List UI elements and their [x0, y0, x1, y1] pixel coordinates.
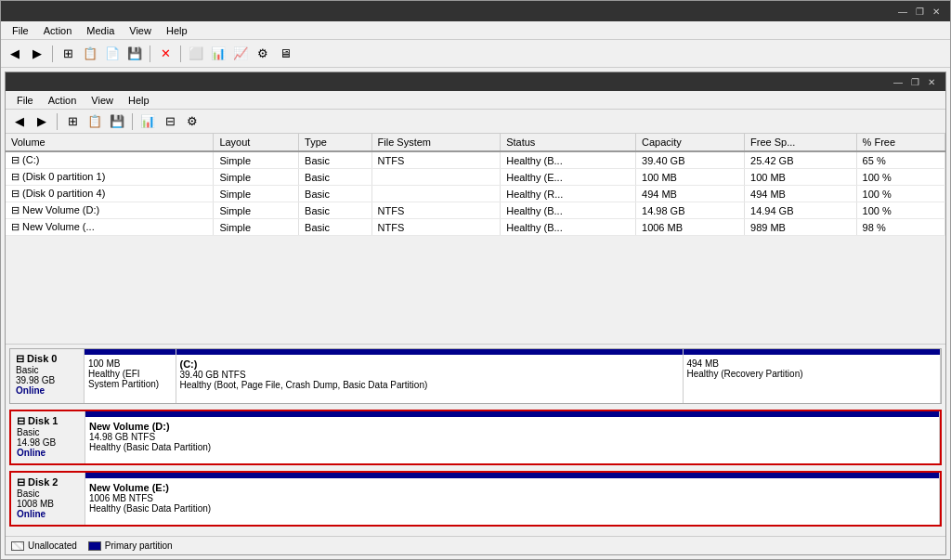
legend: Unallocated Primary partition	[6, 536, 945, 554]
table-cell: 98 %	[856, 219, 944, 236]
inner-menu-file[interactable]: File	[9, 93, 41, 108]
disk-row-disk0[interactable]: ⊟ Disk 0 Basic 39.98 GB Online 100 MBHea…	[9, 348, 942, 404]
disk-partitions-disk2: New Volume (E:)1006 MB NTFSHealthy (Basi…	[85, 473, 940, 525]
disk-type-disk2: Basic	[17, 488, 79, 499]
table-cell: 989 MB	[745, 219, 857, 236]
table-cell: Basic	[299, 219, 372, 236]
table-cell: 100 %	[856, 202, 944, 219]
outer-window: — ❐ ✕ File Action Media View Help ◀ ▶ ⊞ …	[0, 0, 951, 560]
col-pctfree: % Free	[856, 134, 944, 151]
disk-label-disk0: ⊟ Disk 0 Basic 39.98 GB Online	[10, 349, 85, 403]
inner-toolbar-btn2[interactable]: 📋	[85, 111, 105, 132]
inner-minimize-button[interactable]: —	[892, 75, 905, 88]
inner-toolbar-btn3[interactable]: 💾	[107, 111, 127, 132]
table-cell: 100 MB	[745, 169, 857, 186]
outer-maximize-button[interactable]: ❐	[913, 5, 926, 18]
toolbar-btn6[interactable]: 📊	[208, 44, 228, 64]
col-status: Status	[501, 134, 636, 151]
toolbar-btn4[interactable]: 💾	[124, 44, 145, 64]
table-cell: Basic	[299, 186, 372, 202]
toolbar-btn8[interactable]: ⚙	[253, 44, 273, 64]
outer-toolbar: ◀ ▶ ⊞ 📋 📄 💾 ✕ ⬜ 📊 📈 ⚙ 🖥	[1, 40, 950, 68]
inner-toolbar-btn4[interactable]: 📊	[137, 111, 158, 132]
partition-d0p2[interactable]: (C:)39.40 GB NTFSHealthy (Boot, Page Fil…	[176, 349, 684, 403]
inner-close-button[interactable]: ✕	[925, 75, 938, 88]
partition-d0p3[interactable]: 494 MBHealthy (Recovery Partition)	[684, 349, 942, 403]
table-cell: Healthy (B...	[501, 151, 636, 169]
toolbar-back-button[interactable]: ◀	[5, 44, 25, 64]
table-cell: 1006 MB	[636, 219, 745, 236]
table-row[interactable]: ⊟ (Disk 0 partition 4)SimpleBasicHealthy…	[6, 186, 945, 202]
middle-spacer	[6, 236, 945, 344]
inner-menu-help[interactable]: Help	[121, 93, 157, 108]
outer-menu-media[interactable]: Media	[79, 23, 122, 38]
table-cell: Healthy (E...	[501, 169, 636, 186]
disk-size-disk1: 14.98 GB	[17, 437, 79, 448]
disk-label-disk1: ⊟ Disk 1 Basic 14.98 GB Online	[11, 411, 85, 463]
toolbar-btn1[interactable]: ⊞	[58, 44, 78, 64]
toolbar-separator-2	[150, 46, 150, 62]
inner-toolbar-back[interactable]: ◀	[9, 111, 30, 132]
partition-size-d2p1: 1006 MB NTFS	[89, 493, 935, 503]
outer-menubar: File Action Media View Help	[1, 21, 950, 40]
table-cell: 65 %	[856, 151, 944, 169]
outer-close-button[interactable]: ✕	[930, 5, 943, 18]
table-cell: ⊟ (Disk 0 partition 4)	[6, 186, 214, 202]
table-cell: Basic	[299, 169, 372, 186]
table-row[interactable]: ⊟ (C:)SimpleBasicNTFSHealthy (B...39.40 …	[6, 151, 945, 169]
partition-d2p1[interactable]: New Volume (E:)1006 MB NTFSHealthy (Basi…	[85, 473, 940, 525]
disk-row-disk1[interactable]: ⊟ Disk 1 Basic 14.98 GB Online New Volum…	[9, 410, 942, 465]
col-volume: Volume	[6, 134, 214, 151]
toolbar-stop-button[interactable]: ✕	[155, 44, 176, 64]
disk-name-disk1: ⊟ Disk 1	[17, 415, 79, 427]
inner-toolbar-btn6[interactable]: ⚙	[182, 111, 202, 132]
table-cell: 494 MB	[745, 186, 857, 202]
partition-size-d0p3: 494 MB	[687, 358, 937, 369]
toolbar-separator-3	[180, 46, 181, 62]
partition-d1p1[interactable]: New Volume (D:)14.98 GB NTFSHealthy (Bas…	[85, 411, 940, 463]
disk-type-disk1: Basic	[17, 427, 79, 437]
toolbar-forward-button[interactable]: ▶	[27, 44, 47, 64]
table-cell: NTFS	[371, 202, 501, 219]
disk-status-disk0: Online	[16, 385, 78, 396]
outer-menu-action[interactable]: Action	[36, 23, 80, 38]
table-header-row: Volume Layout Type File System Status Ca…	[6, 134, 945, 151]
disk-name-disk2: ⊟ Disk 2	[17, 476, 79, 488]
col-capacity: Capacity	[636, 134, 745, 151]
disk-row-disk2[interactable]: ⊟ Disk 2 Basic 1008 MB Online New Volume…	[9, 471, 942, 527]
table-row[interactable]: ⊟ New Volume (D:)SimpleBasicNTFSHealthy …	[6, 202, 945, 219]
col-type: Type	[299, 134, 372, 151]
outer-window-controls: — ❐ ✕	[896, 5, 943, 18]
toolbar-btn7[interactable]: 📈	[230, 44, 251, 64]
inner-menu-view[interactable]: View	[84, 93, 121, 108]
toolbar-btn2[interactable]: 📋	[80, 44, 100, 64]
table-row[interactable]: ⊟ (Disk 0 partition 1)SimpleBasicHealthy…	[6, 169, 945, 186]
inner-toolbar-btn1[interactable]: ⊞	[62, 111, 83, 132]
toolbar-btn3[interactable]: 📄	[102, 44, 123, 64]
outer-menu-view[interactable]: View	[122, 23, 159, 38]
legend-primary-box	[88, 541, 101, 551]
partition-name-d0p2: (C:)	[180, 358, 679, 370]
inner-toolbar-btn5[interactable]: ⊟	[160, 111, 180, 132]
toolbar-btn9[interactable]: 🖥	[275, 44, 295, 64]
partition-status-d2p1: Healthy (Basic Data Partition)	[89, 503, 935, 514]
table-row[interactable]: ⊟ New Volume (...SimpleBasicNTFSHealthy …	[6, 219, 945, 236]
inner-toolbar-forward[interactable]: ▶	[32, 111, 52, 132]
inner-menu-action[interactable]: Action	[41, 93, 85, 108]
outer-minimize-button[interactable]: —	[896, 5, 909, 18]
partition-size-d0p2: 39.40 GB NTFS	[180, 370, 679, 380]
partition-d0p1[interactable]: 100 MBHealthy (EFI System Partition)	[85, 349, 176, 403]
toolbar-btn5[interactable]: ⬜	[186, 44, 206, 64]
inner-menubar: File Action View Help	[6, 91, 945, 110]
inner-maximize-button[interactable]: ❐	[908, 75, 921, 88]
disk-partitions-disk1: New Volume (D:)14.98 GB NTFSHealthy (Bas…	[85, 411, 940, 463]
legend-unallocated-label: Unallocated	[28, 540, 77, 551]
legend-primary: Primary partition	[88, 540, 173, 551]
col-filesystem: File System	[371, 134, 501, 151]
disk-size-disk0: 39.98 GB	[16, 375, 78, 385]
table-cell: ⊟ (C:)	[6, 151, 214, 169]
outer-menu-help[interactable]: Help	[159, 23, 195, 38]
table-cell: 100 MB	[636, 169, 745, 186]
outer-menu-file[interactable]: File	[5, 23, 36, 38]
partition-status-d0p1: Healthy (EFI System Partition)	[88, 369, 172, 389]
